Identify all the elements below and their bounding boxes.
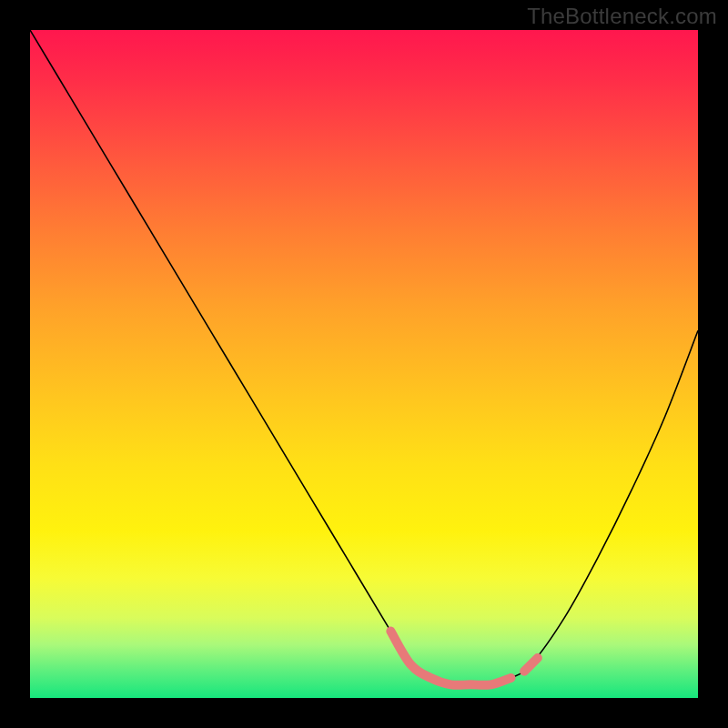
watermark-text: TheBottleneck.com	[527, 4, 717, 29]
bottleneck-curve	[30, 30, 698, 685]
highlight-band-right	[524, 658, 538, 672]
plot-area	[30, 30, 698, 698]
chart-frame: TheBottleneck.com	[0, 0, 728, 728]
curve-svg	[30, 30, 698, 698]
highlight-band-left	[390, 632, 511, 685]
